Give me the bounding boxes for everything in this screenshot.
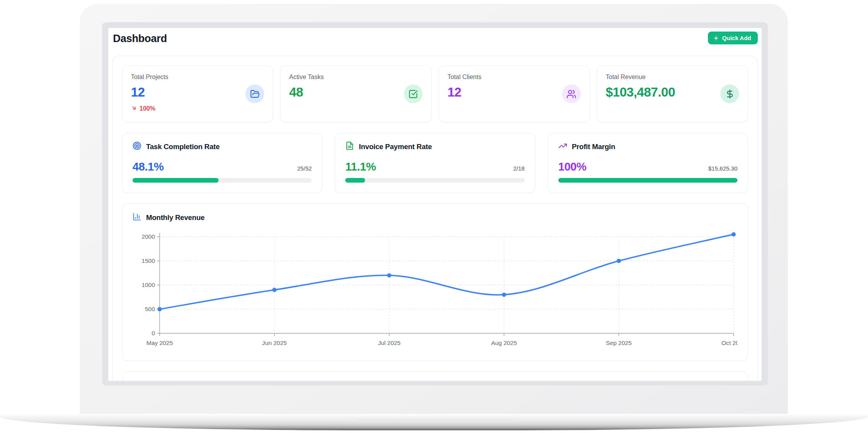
app-screen: Dashboard Quick Add Total Projects 12	[108, 28, 762, 381]
svg-text:Oct 2025: Oct 2025	[722, 340, 737, 346]
progress-card-profit-margin: Profit Margin 100% $15,625.30	[548, 133, 748, 193]
check-square-icon	[404, 84, 423, 103]
svg-text:May 2025: May 2025	[146, 340, 173, 346]
app-header: Dashboard Quick Add	[108, 28, 762, 52]
arrow-down-right-icon	[131, 105, 137, 113]
invoice-icon	[345, 141, 354, 152]
laptop-base	[0, 414, 868, 430]
progress-fraction: 25/52	[297, 165, 312, 172]
trending-up-icon	[558, 141, 567, 152]
svg-text:Aug 2025: Aug 2025	[491, 340, 517, 346]
quick-add-label: Quick Add	[722, 35, 751, 41]
monthly-revenue-card: Monthly Revenue 0500100015002000May 2025…	[122, 203, 748, 361]
dollar-icon	[720, 84, 739, 103]
dashboard-content: Total Projects 12 100% Ac	[112, 56, 758, 381]
quick-add-button[interactable]: Quick Add	[708, 32, 758, 44]
progress-card-invoice-payment: Invoice Payment Rate 11.1% 2/18	[335, 133, 535, 193]
stat-value: 12	[131, 85, 264, 100]
progress-bar-fill	[345, 178, 365, 183]
stat-value: 48	[289, 85, 422, 100]
card-title: Invoice Payment Rate	[359, 143, 432, 151]
cutoff-card	[122, 371, 748, 381]
plus-icon	[713, 35, 719, 41]
svg-text:1000: 1000	[141, 282, 155, 288]
stat-trend-value: 100%	[139, 105, 155, 112]
stat-card-total-projects: Total Projects 12 100%	[122, 65, 273, 122]
stat-card-active-tasks: Active Tasks 48	[280, 65, 431, 122]
laptop-lid: Dashboard Quick Add Total Projects 12	[80, 4, 788, 414]
progress-value: 48.1%	[132, 160, 164, 173]
stat-label: Total Revenue	[606, 74, 739, 81]
progress-bar	[132, 178, 312, 183]
svg-text:1500: 1500	[141, 257, 155, 264]
stat-value: 12	[448, 85, 581, 100]
card-title: Profit Margin	[572, 143, 615, 151]
page-title: Dashboard	[113, 33, 758, 45]
progress-amount: $15,625.30	[708, 165, 737, 172]
progress-bar-fill	[558, 178, 737, 183]
stat-card-total-revenue: Total Revenue $103,487.00	[597, 65, 748, 122]
svg-text:Jun 2025: Jun 2025	[262, 340, 287, 346]
progress-bar	[345, 178, 524, 183]
target-icon	[132, 141, 141, 152]
svg-text:0: 0	[152, 330, 155, 336]
progress-value: 11.1%	[345, 160, 376, 173]
card-title: Task Completion Rate	[146, 143, 220, 151]
bar-chart-icon	[132, 212, 141, 223]
svg-text:2000: 2000	[141, 233, 155, 240]
stat-card-total-clients: Total Clients 12	[439, 65, 590, 122]
svg-text:Sep 2025: Sep 2025	[606, 340, 632, 346]
laptop-bezel: Dashboard Quick Add Total Projects 12	[102, 22, 768, 385]
stat-label: Total Projects	[131, 74, 264, 81]
stat-value: $103,487.00	[606, 85, 739, 100]
stat-trend: 100%	[131, 105, 264, 113]
stats-row: Total Projects 12 100% Ac	[122, 65, 748, 122]
svg-text:Jul 2025: Jul 2025	[378, 340, 400, 346]
stat-label: Total Clients	[448, 74, 581, 81]
users-icon	[562, 84, 581, 103]
progress-bar	[558, 178, 737, 183]
progress-row: Task Completion Rate 48.1% 25/52	[122, 133, 748, 193]
progress-fraction: 2/18	[513, 165, 524, 172]
laptop-base-notch	[351, 414, 517, 420]
folder-open-icon	[245, 84, 264, 103]
progress-card-task-completion: Task Completion Rate 48.1% 25/52	[122, 133, 322, 193]
stat-label: Active Tasks	[289, 74, 422, 81]
progress-value: 100%	[558, 160, 587, 173]
svg-text:500: 500	[145, 306, 155, 312]
progress-bar-fill	[132, 178, 219, 183]
monthly-revenue-line-chart: 0500100015002000May 2025Jun 2025Jul 2025…	[132, 227, 737, 356]
chart-title: Monthly Revenue	[146, 213, 205, 222]
